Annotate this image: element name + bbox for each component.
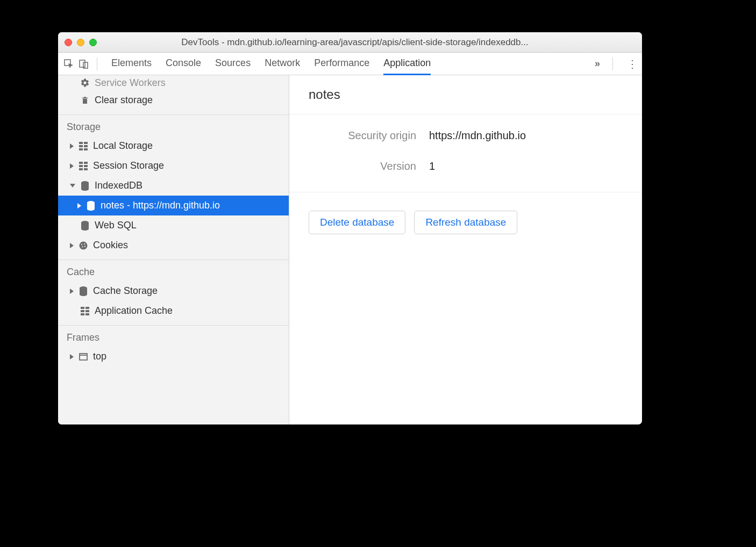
- svg-rect-13: [79, 168, 83, 170]
- svg-rect-4: [84, 142, 88, 144]
- svg-rect-25: [85, 307, 89, 309]
- sidebar-item-label: notes - https://mdn.github.io: [101, 200, 220, 211]
- inspect-element-icon[interactable]: [62, 57, 75, 70]
- gear-icon: [80, 77, 90, 88]
- svg-rect-29: [85, 313, 89, 315]
- sidebar-item-label: top: [93, 351, 106, 362]
- sidebar-section-frames: Frames: [58, 326, 289, 347]
- sidebar-item-application-cache[interactable]: Application Cache: [58, 301, 289, 321]
- detail-row: Security origin https://mdn.github.io: [309, 129, 623, 142]
- content-pane: notes Security origin https://mdn.github…: [289, 75, 642, 424]
- chevron-right-icon: [70, 243, 74, 248]
- database-icon: [85, 200, 96, 211]
- sidebar-item-cookies[interactable]: Cookies: [58, 235, 289, 255]
- chevron-right-icon: [70, 354, 74, 359]
- sidebar-item-label: Cache Storage: [93, 285, 158, 297]
- divider: [97, 57, 97, 70]
- svg-point-19: [81, 243, 82, 244]
- svg-rect-14: [84, 168, 88, 170]
- window-title: DevTools - mdn.github.io/learning-area/j…: [106, 37, 636, 48]
- maximize-icon[interactable]: [89, 39, 97, 46]
- sidebar-item-websql[interactable]: Web SQL: [58, 215, 289, 235]
- sidebar-item-local-storage[interactable]: Local Storage: [58, 136, 289, 156]
- page-title: notes: [289, 75, 642, 114]
- svg-rect-9: [79, 162, 83, 164]
- cookie-icon: [78, 240, 89, 251]
- devtools-tabs: Elements Console Sources Network Perform…: [111, 53, 431, 75]
- tab-sources[interactable]: Sources: [215, 53, 251, 75]
- database-icon: [80, 220, 90, 231]
- titlebar: DevTools - mdn.github.io/learning-area/j…: [58, 32, 642, 53]
- tab-performance[interactable]: Performance: [314, 53, 369, 75]
- chevron-right-icon: [70, 163, 74, 169]
- sidebar-item-label: IndexedDB: [95, 180, 142, 191]
- chevron-right-icon: [77, 203, 81, 208]
- database-details: Security origin https://mdn.github.io Ve…: [289, 114, 642, 192]
- sidebar-item-label: Session Storage: [93, 160, 164, 171]
- database-icon: [78, 286, 89, 297]
- sidebar-section-cache: Cache: [58, 260, 289, 281]
- device-toolbar-icon[interactable]: [77, 57, 90, 70]
- svg-rect-3: [79, 142, 83, 144]
- database-icon: [80, 181, 90, 191]
- svg-point-21: [82, 246, 83, 247]
- menu-icon[interactable]: ⋮: [627, 59, 638, 69]
- trash-icon: [80, 95, 90, 106]
- svg-rect-26: [81, 310, 84, 312]
- svg-rect-10: [84, 162, 88, 164]
- sidebar-item-label: Web SQL: [95, 220, 137, 231]
- database-actions: Delete database Refresh database: [289, 192, 642, 253]
- tab-elements[interactable]: Elements: [111, 53, 152, 75]
- sidebar-item-indexeddb[interactable]: IndexedDB: [58, 176, 289, 196]
- devtools-window: DevTools - mdn.github.io/learning-area/j…: [58, 32, 642, 424]
- detail-row: Version 1: [309, 160, 623, 172]
- detail-value-version: 1: [429, 160, 435, 172]
- application-sidebar: Service Workers Clear storage Storage Lo…: [58, 75, 289, 424]
- svg-rect-28: [81, 313, 84, 315]
- close-icon[interactable]: [65, 39, 72, 46]
- svg-rect-12: [84, 165, 88, 167]
- sidebar-section-storage: Storage: [58, 115, 289, 136]
- tab-application[interactable]: Application: [383, 53, 431, 75]
- delete-database-button[interactable]: Delete database: [309, 211, 405, 234]
- sidebar-item-indexeddb-notes[interactable]: notes - https://mdn.github.io: [58, 196, 289, 215]
- sidebar-item-label: Local Storage: [93, 140, 153, 152]
- detail-key: Version: [309, 160, 416, 172]
- tab-console[interactable]: Console: [166, 53, 201, 75]
- chevron-down-icon: [70, 184, 75, 188]
- detail-value-security-origin: https://mdn.github.io: [429, 129, 526, 142]
- sidebar-item-label: Clear storage: [95, 95, 153, 106]
- minimize-icon[interactable]: [77, 39, 84, 46]
- sidebar-item-frame-top[interactable]: top: [58, 347, 289, 366]
- toolbar-right: » ⋮: [595, 57, 638, 70]
- svg-rect-1: [80, 60, 85, 67]
- svg-rect-7: [79, 148, 83, 150]
- svg-rect-30: [80, 354, 87, 360]
- chevron-right-icon: [70, 289, 74, 294]
- grid-icon: [78, 141, 89, 152]
- svg-rect-5: [79, 145, 83, 147]
- sidebar-item-label: Application Cache: [95, 305, 173, 316]
- sidebar-item-clear-storage[interactable]: Clear storage: [58, 90, 289, 110]
- window-controls: [65, 39, 97, 46]
- panel-body: Service Workers Clear storage Storage Lo…: [58, 75, 642, 424]
- divider: [612, 57, 613, 70]
- sidebar-item-cache-storage[interactable]: Cache Storage: [58, 281, 289, 301]
- grid-icon: [78, 161, 89, 171]
- svg-rect-8: [84, 148, 88, 150]
- sidebar-item-label: Service Workers: [95, 77, 166, 89]
- sidebar-item-session-storage[interactable]: Session Storage: [58, 156, 289, 176]
- tab-network[interactable]: Network: [265, 53, 300, 75]
- svg-point-18: [80, 241, 88, 249]
- grid-icon: [80, 306, 90, 316]
- frame-icon: [78, 351, 89, 362]
- svg-rect-6: [84, 145, 88, 147]
- more-tabs-icon[interactable]: »: [595, 58, 598, 69]
- refresh-database-button[interactable]: Refresh database: [414, 211, 517, 234]
- sidebar-item-service-workers[interactable]: Service Workers: [58, 75, 289, 90]
- svg-point-22: [84, 246, 85, 247]
- svg-rect-11: [79, 165, 83, 167]
- svg-rect-27: [85, 310, 89, 312]
- devtools-toolbar: Elements Console Sources Network Perform…: [58, 53, 642, 75]
- detail-key: Security origin: [309, 129, 416, 142]
